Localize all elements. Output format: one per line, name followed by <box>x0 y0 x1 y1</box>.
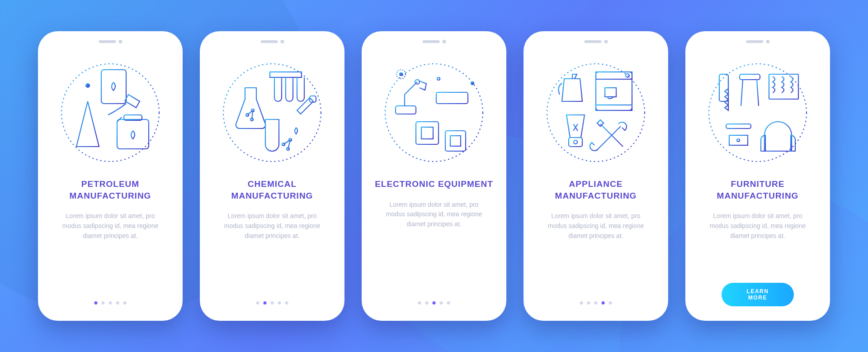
dot[interactable] <box>594 301 598 304</box>
dot[interactable] <box>94 301 98 304</box>
dot[interactable] <box>609 301 612 304</box>
screen-title: FURNITURE MANUFACTURING <box>698 178 817 201</box>
screen-description: Lorem ipsum dolor sit amet, pro modus sa… <box>220 211 324 241</box>
svg-rect-12 <box>270 72 302 77</box>
onboarding-screen-electronic: ELECTRONIC EQUIPMENT Lorem ipsum dolor s… <box>362 31 506 321</box>
screen-title: CHEMICAL MANUFACTURING <box>212 178 332 201</box>
page-indicator <box>256 301 288 304</box>
dot[interactable] <box>278 301 281 304</box>
onboarding-screen-chemical: CHEMICAL MANUFACTURING Lorem ipsum dolor… <box>200 31 344 321</box>
appliance-icon <box>544 61 648 165</box>
dot[interactable] <box>256 301 259 304</box>
dot[interactable] <box>285 301 288 304</box>
petroleum-icon <box>58 61 162 165</box>
svg-point-88 <box>737 139 740 142</box>
svg-rect-45 <box>421 127 433 139</box>
svg-point-42 <box>437 77 440 80</box>
dot[interactable] <box>440 301 443 304</box>
onboarding-screen-petroleum: PETROLEUM MANUFACTURING Lorem ipsum dolo… <box>38 31 183 321</box>
screen-description: Lorem ipsum dolor sit amet, pro modus sa… <box>58 211 162 241</box>
page-indicator <box>580 301 612 304</box>
dot[interactable] <box>425 301 429 304</box>
svg-rect-73 <box>597 120 604 126</box>
svg-rect-76 <box>740 74 760 80</box>
dot[interactable] <box>587 301 590 304</box>
screen-description: Lorem ipsum dolor sit amet, pro modus sa… <box>706 211 810 241</box>
dot[interactable] <box>102 301 105 304</box>
svg-rect-67 <box>605 88 616 97</box>
dot[interactable] <box>433 301 436 304</box>
svg-point-11 <box>223 64 321 162</box>
svg-point-40 <box>471 82 474 85</box>
dot[interactable] <box>602 301 605 304</box>
svg-rect-8 <box>117 119 149 149</box>
svg-rect-68 <box>596 105 632 110</box>
page-indicator <box>94 301 127 304</box>
svg-rect-44 <box>416 122 439 144</box>
electronic-icon <box>382 61 486 165</box>
svg-rect-55 <box>445 131 466 151</box>
svg-rect-35 <box>436 92 468 104</box>
furniture-icon <box>706 61 810 165</box>
onboarding-screen-appliance: APPLIANCE MANUFACTURING Lorem ipsum dolo… <box>524 31 668 321</box>
dot[interactable] <box>580 301 583 304</box>
svg-rect-75 <box>719 74 728 101</box>
svg-rect-84 <box>726 124 751 128</box>
dot[interactable] <box>123 301 127 304</box>
screen-description: Lorem ipsum dolor sit amet, pro modus sa… <box>544 211 648 241</box>
svg-point-30 <box>400 73 402 76</box>
svg-rect-1 <box>101 70 126 104</box>
phone-notch <box>98 39 123 44</box>
phone-notch <box>584 39 609 44</box>
dot[interactable] <box>264 301 267 304</box>
svg-rect-65 <box>596 72 632 79</box>
screen-description: Lorem ipsum dolor sit amet, pro modus sa… <box>382 200 486 229</box>
svg-rect-69 <box>569 138 582 147</box>
svg-rect-27 <box>396 106 416 114</box>
svg-point-66 <box>626 74 629 77</box>
dot[interactable] <box>418 301 421 304</box>
screen-title: APPLIANCE MANUFACTURING <box>536 178 656 201</box>
phone-notch <box>422 39 447 44</box>
dot[interactable] <box>109 301 112 304</box>
chemical-icon <box>220 61 324 165</box>
page-indicator <box>418 301 450 304</box>
svg-rect-56 <box>450 136 461 146</box>
onboarding-screen-furniture: FURNITURE MANUFACTURING Lorem ipsum dolo… <box>685 31 830 321</box>
dot[interactable] <box>447 301 450 304</box>
onboarding-row: PETROLEUM MANUFACTURING Lorem ipsum dolo… <box>0 0 868 352</box>
dot[interactable] <box>271 301 274 304</box>
svg-rect-87 <box>729 135 748 145</box>
learn-more-button[interactable]: LEARN MORE <box>722 283 794 306</box>
dot[interactable] <box>116 301 119 304</box>
phone-notch <box>745 39 770 44</box>
svg-point-70 <box>574 140 577 144</box>
svg-point-7 <box>86 84 90 87</box>
phone-notch <box>260 39 285 44</box>
svg-point-26 <box>385 64 483 162</box>
screen-title: PETROLEUM MANUFACTURING <box>51 178 170 201</box>
screen-title: ELECTRONIC EQUIPMENT <box>375 178 493 190</box>
